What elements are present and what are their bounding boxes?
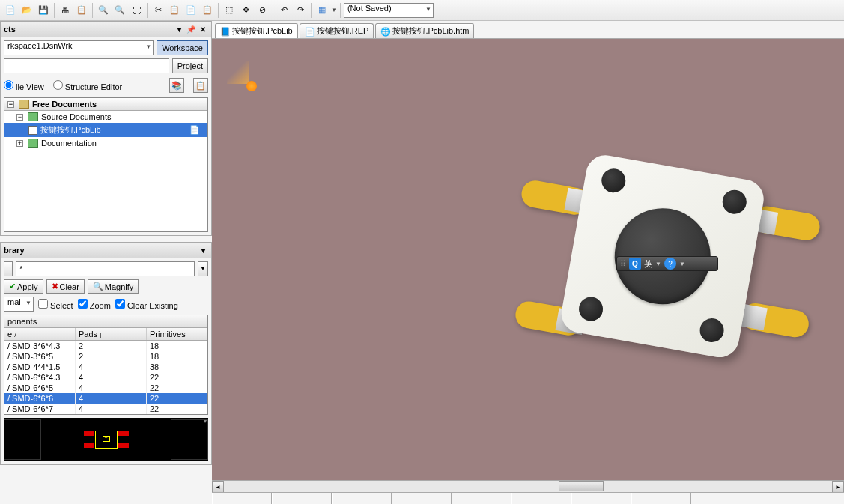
tree-root[interactable]: − Free Documents — [4, 98, 207, 111]
project-tree[interactable]: − Free Documents − Source Documents 按键按钮… — [4, 97, 208, 232]
bottom-tab[interactable] — [272, 493, 332, 504]
workspace-combo[interactable]: rkspace1.DsnWrk — [4, 40, 154, 55]
zoom-in-icon[interactable]: 🔍 — [96, 3, 111, 18]
saved-combo[interactable]: (Not Saved) — [344, 3, 434, 18]
ime-dropdown-icon[interactable]: ▼ — [655, 261, 661, 267]
col-primitives[interactable]: Primitives — [147, 328, 207, 340]
dropdown-icon[interactable]: ▾ — [174, 24, 184, 34]
scroll-thumb[interactable] — [559, 481, 604, 491]
col-name[interactable]: e / — [4, 328, 76, 340]
paste-icon[interactable]: 📄 — [183, 3, 198, 18]
table-row[interactable]: / SMD-6*6*5422 — [4, 383, 207, 393]
separator — [92, 3, 93, 18]
bottom-tab[interactable] — [571, 493, 631, 504]
table-row[interactable]: / SMD-4*4*1.5438 — [4, 362, 207, 372]
projects-panel-header: cts ▾ 📌 ✕ — [0, 21, 212, 37]
expand-icon[interactable]: − — [7, 101, 14, 108]
redo-icon[interactable]: ↷ — [293, 3, 308, 18]
move-icon[interactable]: ✥ — [238, 3, 253, 18]
doc-state-icon: 📄 — [189, 125, 200, 135]
grid-title: ponents — [4, 315, 207, 328]
horizontal-scrollbar[interactable]: ◄ ► — [212, 480, 844, 492]
tab-rep[interactable]: 📄 按键按钮.REP — [300, 23, 374, 38]
tree-source-documents[interactable]: − Source Documents — [4, 111, 207, 123]
cut-icon[interactable]: ✂ — [151, 3, 166, 18]
cursor-comet — [227, 61, 257, 91]
table-row[interactable]: / SMD-3*6*4.3218 — [4, 341, 207, 351]
zoom-out-icon[interactable]: 🔍 — [112, 3, 127, 18]
bottom-tab[interactable] — [631, 493, 691, 504]
separator — [147, 3, 148, 18]
preview-icon[interactable]: 📋 — [74, 3, 89, 18]
text-icon: 📄 — [305, 27, 314, 36]
scroll-right-icon[interactable]: ► — [832, 481, 844, 493]
workspace-button[interactable]: Workspace — [157, 40, 208, 55]
clear-button[interactable]: ✖Clear — [46, 279, 85, 294]
zoom-fit-icon[interactable]: ⛶ — [129, 3, 144, 18]
file-view-radio[interactable]: ile View — [4, 80, 44, 91]
table-row[interactable]: / SMD-6*6*6422 — [4, 393, 207, 404]
project-path-input[interactable] — [4, 58, 169, 73]
bottom-tab[interactable] — [392, 493, 452, 504]
ime-toolbar[interactable]: ⠿ Q 英 ▼ ? ▼ — [616, 256, 718, 271]
html-icon: 🌐 — [380, 27, 389, 36]
select-icon[interactable]: ⬚ — [222, 3, 237, 18]
dropdown-icon[interactable]: ▾ — [198, 245, 208, 255]
undo-icon[interactable]: ↶ — [276, 3, 291, 18]
magnify-button[interactable]: 🔍Magnify — [88, 279, 139, 294]
scroll-track[interactable] — [224, 481, 832, 492]
project-button[interactable]: Project — [172, 58, 208, 73]
select-checkbox[interactable]: Select — [38, 299, 73, 310]
table-row[interactable]: / SMD-6*6*7422 — [4, 404, 207, 414]
ime-dropdown-icon[interactable]: ▼ — [679, 261, 685, 267]
mask-input[interactable] — [16, 261, 195, 276]
tab-pcblib[interactable]: 📘 按键按钮.PcbLib — [215, 23, 298, 38]
clipboard-icon[interactable]: 📋 — [200, 3, 215, 18]
expand-icon[interactable]: − — [16, 114, 23, 121]
structure-editor-radio[interactable]: Structure Editor — [53, 80, 122, 91]
save-icon[interactable]: 💾 — [36, 3, 51, 18]
components-grid: ponents e / Pads | Primitives / SMD-3*6*… — [4, 315, 208, 415]
clear-existing-checkbox[interactable]: Clear Existing — [115, 299, 178, 310]
tree-pcblib-file[interactable]: 按键按钮.PcbLib 📄 — [4, 123, 207, 137]
table-row[interactable]: / SMD-3*6*5218 — [4, 351, 207, 362]
grid-body[interactable]: / SMD-3*6*4.3218/ SMD-3*6*5218/ SMD-4*4*… — [4, 341, 207, 414]
library-title: brary — [4, 246, 25, 255]
open-icon[interactable]: 📂 — [19, 3, 34, 18]
ime-grip-icon[interactable]: ⠿ — [620, 259, 626, 269]
folder-icon — [28, 112, 38, 121]
ime-lang[interactable]: 英 — [644, 258, 652, 270]
library-panel-header: brary ▾ — [0, 242, 212, 258]
pcb-3d-viewport[interactable]: ⠿ Q 英 ▼ ? ▼ — [212, 39, 844, 480]
scroll-left-icon[interactable]: ◄ — [212, 481, 224, 493]
bottom-tab[interactable] — [452, 493, 511, 504]
expand-icon[interactable]: + — [16, 140, 23, 147]
apply-button[interactable]: ✔Apply — [4, 279, 43, 294]
options-icon[interactable]: 📋 — [193, 78, 208, 93]
bottom-tab[interactable] — [332, 493, 392, 504]
bottom-tab[interactable] — [212, 493, 272, 504]
minimap: T ▾ — [4, 418, 208, 461]
separator — [311, 3, 312, 18]
tab-htm[interactable]: 🌐 按键按钮.PcbLib.htm — [375, 23, 474, 38]
tree-documentation[interactable]: + Documentation — [4, 137, 207, 149]
deselect-icon[interactable]: ⊘ — [255, 3, 270, 18]
mask-dropdown-icon[interactable]: ▼ — [198, 261, 208, 276]
new-icon[interactable]: 📄 — [3, 3, 18, 18]
col-pads[interactable]: Pads | — [76, 328, 147, 340]
grid-icon[interactable]: ▦ — [315, 3, 330, 18]
mode-combo[interactable]: mal — [4, 297, 34, 312]
separator — [54, 3, 55, 18]
zoom-checkbox[interactable]: Zoom — [78, 299, 111, 310]
ime-help-icon[interactable]: ? — [664, 258, 676, 270]
copy-icon[interactable]: 📋 — [167, 3, 182, 18]
ime-q-icon[interactable]: Q — [629, 258, 641, 270]
compile-icon[interactable]: 📚 — [169, 78, 184, 93]
mask-arrow-icon[interactable] — [4, 261, 13, 276]
bottom-tab[interactable] — [511, 493, 571, 504]
table-row[interactable]: / SMD-6*6*4.3422 — [4, 372, 207, 383]
close-icon[interactable]: ✕ — [198, 24, 208, 34]
pin-icon[interactable]: 📌 — [186, 24, 196, 34]
print-icon[interactable]: 🖶 — [58, 3, 73, 18]
minimap-dropdown-icon[interactable]: ▾ — [204, 418, 207, 425]
